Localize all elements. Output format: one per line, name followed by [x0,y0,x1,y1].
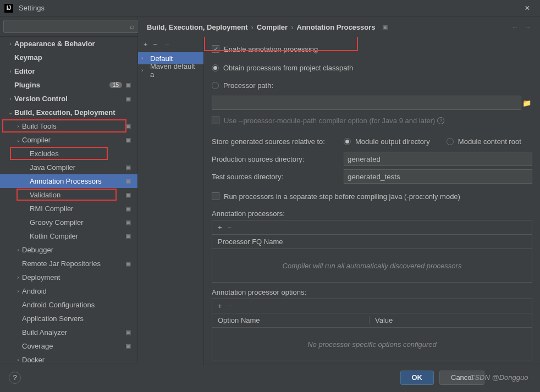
close-icon[interactable]: × [519,3,536,13]
search-bar: ⌕ [0,16,137,37]
breadcrumb-c2[interactable]: Compiler [257,23,288,31]
sidebar-item-app-servers[interactable]: Application Servers [0,312,137,325]
prod-dir-label: Production sources directory: [212,155,344,163]
proc-path-radio[interactable] [212,82,219,89]
breadcrumb-c1[interactable]: Build, Execution, Deployment [147,23,247,31]
sidebar-item-remote-jar[interactable]: Remote Jar Repositories▣ [0,257,137,270]
project-icon: ▣ [125,136,133,143]
options-table: + − Option Name Value No processor-speci… [212,299,532,361]
profile-maven[interactable]: ›Maven default a [138,64,203,76]
chevron-right-icon: › [141,56,143,61]
module-content-radio[interactable] [447,138,454,145]
chevron-right-icon: › [141,68,143,73]
window-title: Settings [19,4,519,12]
run-separate-label: Run processors in a separate step before… [224,192,460,201]
footer: ? OK CancelCSDN @Dongguo Apply [0,363,540,391]
folder-icon[interactable]: 📁 [521,99,532,107]
remove-icon: − [228,223,232,231]
sidebar-item-groovy-compiler[interactable]: Groovy Compiler▣ [0,216,137,229]
app-logo-icon: IJ [4,4,13,13]
nav-back-icon[interactable]: ← [511,23,519,31]
run-separate-checkbox[interactable] [212,192,219,200]
project-icon: ▣ [125,178,133,185]
sidebar-item-build-analyzer[interactable]: Build Analyzer▣ [0,325,137,339]
opt-label: Annotation processor options: [212,288,532,296]
project-icon: ▣ [125,164,133,171]
sidebar-item-compiler[interactable]: ⌄Compiler▣ [0,133,137,147]
module-output-radio[interactable] [344,138,351,145]
module-output-label: Module output directory [355,137,430,146]
search-icon: ⌕ [130,22,134,31]
test-dir-input[interactable] [344,169,532,184]
breadcrumb-c3: Annotation Processors [297,23,376,31]
run-separate-row[interactable]: Run processors in a separate step before… [212,189,532,204]
project-icon: ▣ [125,205,133,212]
enable-checkbox[interactable] [212,45,219,53]
sidebar-item-rmi-compiler[interactable]: RMI Compiler▣ [0,202,137,216]
sidebar-item-appearance[interactable]: ›Appearance & Behavior [0,37,137,51]
proc-path-row[interactable]: Processor path: [212,78,532,93]
processors-table: + − Processor FQ Name Compiler will run … [212,220,532,283]
sidebar-item-bed[interactable]: ⌄Build, Execution, Deployment [0,106,137,119]
sidebar-item-coverage[interactable]: Coverage▣ [0,339,137,353]
help-button[interactable]: ? [9,372,21,384]
sidebar-item-kotlin-compiler[interactable]: Kotlin Compiler▣ [0,229,137,243]
sidebar-item-excludes[interactable]: Excludes [0,147,137,161]
sidebar-item-android-conf[interactable]: Android Configurations [0,298,137,312]
add-icon[interactable]: + [218,302,222,310]
sidebar-item-docker[interactable]: ›Docker [0,353,137,363]
sidebar-item-keymap[interactable]: Keymap [0,51,137,64]
move-icon[interactable]: → [163,40,170,48]
ann-proc-label: Annotation processors: [212,209,532,218]
module-content-label: Module content root [458,137,521,146]
ok-button[interactable]: OK [400,371,434,385]
sidebar-item-java-compiler[interactable]: Java Compiler▣ [0,161,137,174]
enable-row[interactable]: Enable annotation processing [212,41,532,57]
proc-empty-text: Compiler will run all automatically disc… [212,249,532,282]
remove-icon: − [228,302,232,310]
add-icon[interactable]: + [218,223,222,231]
settings-tree[interactable]: ›Appearance & Behavior Keymap ›Editor Pl… [0,37,137,363]
sidebar-item-build-tools[interactable]: ›Build Tools▣ [0,119,137,133]
content-area: Build, Execution, Deployment › Compiler … [138,16,540,363]
project-icon: ▣ [125,260,133,267]
project-icon: ▣ [382,24,388,31]
proc-path-label: Processor path: [223,81,273,90]
remove-icon[interactable]: − [153,40,158,48]
project-icon: ▣ [125,343,133,350]
module-path-row: Use --processor-module-path compiler opt… [212,113,532,128]
sidebar-item-debugger[interactable]: ›Debugger [0,243,137,257]
enable-label: Enable annotation processing [224,45,318,53]
proc-fq-header: Processor FQ Name [218,238,526,246]
project-icon: ▣ [125,329,133,336]
titlebar: IJ Settings × [0,0,540,16]
module-path-checkbox [212,117,219,124]
store-label: Store generated sources relative to: [212,137,344,146]
search-input[interactable] [3,20,142,33]
test-dir-label: Test sources directory: [212,173,344,181]
sidebar-item-validation[interactable]: Validation▣ [0,188,137,202]
sidebar-item-version-control[interactable]: ›Version Control▣ [0,92,137,106]
opt-empty-text: No processor-specific options configured [212,328,532,361]
obtain-label: Obtain processors from project classpath [223,64,353,72]
project-icon: ▣ [125,123,133,130]
cancel-button[interactable]: CancelCSDN @Dongguo [439,371,484,385]
project-icon: ▣ [125,81,133,89]
obtain-radio[interactable] [212,64,219,71]
add-icon[interactable]: + [144,40,148,48]
breadcrumb: Build, Execution, Deployment › Compiler … [138,16,540,37]
sidebar-item-annotation-processors[interactable]: Annotation Processors▣ [0,174,137,188]
prod-dir-input[interactable] [344,152,532,166]
proc-path-input[interactable] [212,96,521,110]
sidebar-item-deployment[interactable]: ›Deployment [0,270,137,284]
project-icon: ▣ [125,233,133,240]
sidebar-item-android[interactable]: ›Android [0,284,137,298]
project-icon: ▣ [125,219,133,226]
module-path-label: Use --processor-module-path compiler opt… [224,117,435,125]
sidebar-item-plugins[interactable]: Plugins15▣ [0,78,137,92]
nav-forward-icon[interactable]: → [524,23,531,31]
help-icon[interactable]: ? [437,117,444,124]
sidebar-item-editor[interactable]: ›Editor [0,64,137,78]
obtain-row[interactable]: Obtain processors from project classpath [212,60,532,75]
opt-name-header: Option Name [218,316,369,324]
